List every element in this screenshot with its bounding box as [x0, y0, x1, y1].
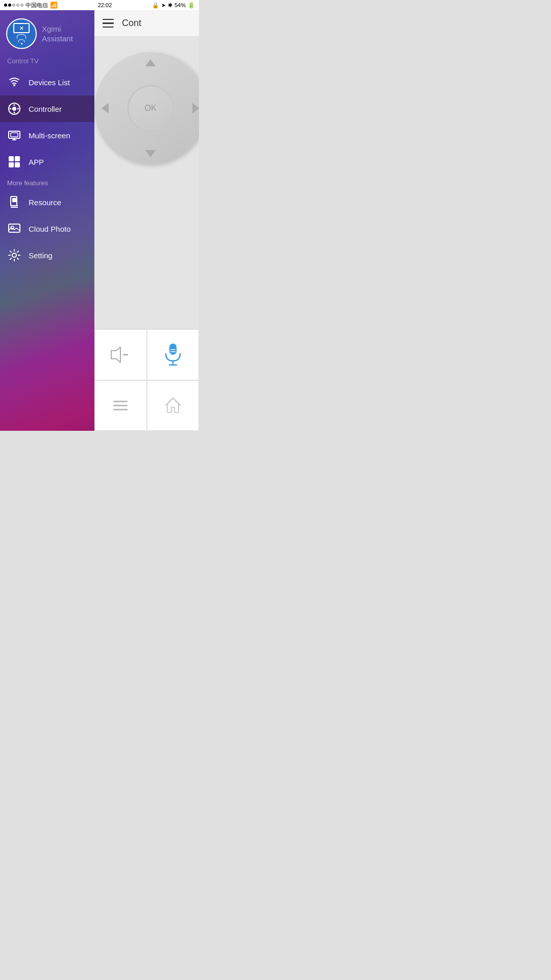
svg-point-0 [13, 84, 15, 86]
dot-3 [12, 4, 15, 7]
menu-line-3 [113, 409, 128, 410]
svg-point-2 [12, 107, 16, 111]
wifi-icon: 📶 [50, 2, 58, 9]
multi-screen-label: Multi-screen [29, 131, 70, 140]
devices-icon [7, 75, 21, 89]
ham-line-1 [103, 19, 114, 20]
sidebar-header: ✕ Xgimi Assistant [0, 10, 94, 55]
location-icon: ➤ [161, 2, 166, 9]
status-left: 中国电信 📶 [4, 2, 58, 9]
up-arrow-icon [145, 59, 156, 66]
wifi-waves [17, 34, 26, 44]
home-icon [164, 396, 182, 414]
home-button[interactable] [147, 380, 199, 431]
dpad-outer[interactable]: OK [94, 52, 199, 164]
wifi-arc-large [17, 34, 26, 39]
dot-5 [20, 4, 23, 7]
dpad-container: OK [94, 52, 199, 164]
sidebar-item-cloud-photo[interactable]: Cloud Photo [0, 215, 94, 242]
signal-dots [4, 4, 23, 7]
control-tv-label: Control TV [0, 55, 94, 69]
status-bar: 中国电信 📶 22:02 🔒 ➤ ✱ 54% 🔋 [0, 0, 199, 10]
svg-rect-18 [12, 198, 16, 202]
top-bar-title: Cont [122, 18, 141, 29]
status-right: 🔒 ➤ ✱ 54% 🔋 [152, 2, 195, 9]
right-arrow-icon [192, 103, 199, 113]
right-panel: Cont [94, 10, 199, 431]
volume-down-button[interactable] [94, 329, 147, 380]
multiscreen-icon [7, 128, 21, 142]
top-bar: Cont [94, 10, 199, 37]
cloud-photo-label: Cloud Photo [29, 225, 71, 233]
dpad-left-button[interactable] [102, 103, 109, 113]
ham-line-2 [103, 22, 114, 24]
svg-rect-12 [15, 156, 20, 161]
menu-button[interactable] [94, 380, 147, 431]
sidebar: ✕ Xgimi Assistant Control TV [0, 10, 94, 431]
menu-icon [113, 401, 128, 410]
svg-marker-5 [9, 108, 11, 110]
more-features-label: More features [0, 175, 94, 189]
svg-rect-19 [9, 224, 20, 232]
sidebar-item-setting[interactable]: Setting [0, 242, 94, 268]
dpad-down-button[interactable] [145, 150, 156, 157]
carrier-label: 中国电信 [26, 2, 48, 9]
tv-icon: ✕ [13, 23, 30, 33]
app-icon [7, 155, 21, 169]
main-container: ✕ Xgimi Assistant Control TV [0, 10, 199, 431]
svg-marker-22 [111, 347, 120, 362]
controller-icon [7, 102, 21, 116]
app-logo: ✕ [6, 18, 37, 49]
hamburger-button[interactable] [103, 19, 114, 28]
tv-screen-x: ✕ [19, 26, 23, 31]
bluetooth-icon: ✱ [168, 2, 172, 9]
clock: 22:02 [98, 2, 112, 8]
sidebar-item-controller[interactable]: Controller [0, 95, 94, 122]
svg-marker-6 [17, 108, 19, 110]
dpad-right-button[interactable] [192, 103, 199, 113]
devices-list-label: Devices List [29, 78, 70, 87]
dot-2 [8, 4, 11, 7]
svg-rect-11 [9, 156, 14, 161]
app-title: Xgimi Assistant [42, 24, 73, 44]
left-arrow-icon [102, 103, 109, 113]
resource-icon [7, 195, 21, 209]
mic-icon [163, 342, 183, 367]
svg-rect-8 [11, 133, 18, 137]
logo-inner: ✕ [13, 23, 30, 44]
sidebar-item-resource[interactable]: Resource [0, 189, 94, 215]
svg-marker-3 [13, 104, 15, 106]
menu-line-1 [113, 401, 128, 402]
svg-rect-13 [9, 162, 14, 167]
setting-label: Setting [29, 251, 53, 260]
battery-icon: 🔋 [188, 2, 195, 9]
svg-rect-14 [15, 162, 20, 167]
battery-label: 54% [174, 2, 186, 8]
cloudphoto-icon [7, 222, 21, 236]
sidebar-item-multi-screen[interactable]: Multi-screen [0, 122, 94, 149]
down-arrow-icon [145, 150, 156, 157]
svg-marker-4 [13, 112, 15, 114]
dot-4 [16, 4, 19, 7]
svg-rect-23 [169, 344, 177, 355]
wifi-dot [21, 43, 22, 44]
remote-area: OK [94, 37, 199, 329]
controller-label: Controller [29, 105, 62, 113]
lock-icon: 🔒 [152, 2, 159, 9]
resource-label: Resource [29, 198, 61, 207]
app-label: APP [29, 158, 44, 166]
sidebar-item-app[interactable]: APP [0, 149, 94, 175]
menu-line-2 [113, 405, 128, 406]
svg-point-21 [12, 253, 16, 257]
wifi-arc-medium [18, 39, 24, 42]
mic-button[interactable] [147, 329, 199, 380]
dot-1 [4, 4, 7, 7]
sidebar-item-devices-list[interactable]: Devices List [0, 69, 94, 95]
ham-line-3 [103, 27, 114, 28]
setting-icon [7, 248, 21, 262]
dpad-up-button[interactable] [145, 59, 156, 66]
ok-button[interactable]: OK [128, 85, 173, 131]
volume-down-icon [109, 346, 132, 364]
bottom-controls [94, 329, 199, 431]
ok-label: OK [144, 104, 156, 113]
